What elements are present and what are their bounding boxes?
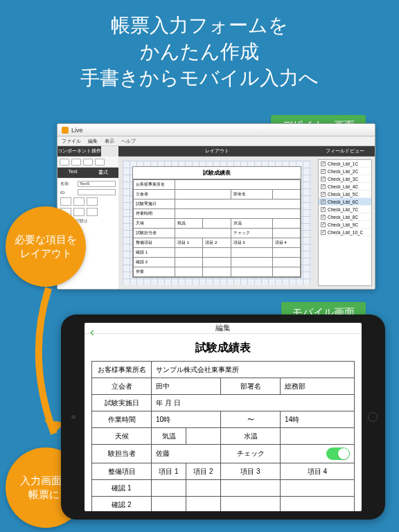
cell: 水温: [221, 428, 281, 445]
headline: 帳票入力フォームを かんたん作成 手書きからモバイル入力へ: [0, 0, 399, 96]
prop-name-label: 名前:: [60, 181, 76, 187]
back-icon[interactable]: ‹: [90, 326, 94, 338]
designer-titlebar: Live: [57, 124, 375, 136]
field-value[interactable]: 年 月 日: [152, 395, 355, 411]
field-value[interactable]: [221, 497, 281, 512]
menu-file[interactable]: ファイル: [62, 138, 81, 145]
field-value[interactable]: [281, 480, 355, 497]
callout-line: レイアウト: [15, 247, 77, 260]
fieldview-title: フィールドビュー: [315, 146, 375, 157]
list-item[interactable]: Check_List_7C: [319, 206, 371, 213]
field-value[interactable]: サンプル株式会社東事業所: [152, 362, 355, 378]
list-item[interactable]: Check_List_3C: [319, 175, 371, 183]
row-label: 部署名: [221, 378, 281, 395]
align-icon[interactable]: [87, 208, 98, 216]
row-label: 立会者: [92, 378, 152, 395]
home-button-icon[interactable]: [368, 412, 378, 422]
field-value[interactable]: [186, 497, 221, 512]
list-item-label: Check_List_1C: [328, 161, 358, 166]
menu-view[interactable]: 表示: [105, 138, 114, 145]
field-value[interactable]: 田中: [152, 378, 221, 395]
row-label: お客様事業所名: [92, 362, 152, 378]
field-value[interactable]: [152, 497, 186, 512]
check-icon: [321, 192, 326, 197]
row-label: 試験担当者: [134, 229, 175, 238]
app-logo-icon: [62, 127, 69, 134]
list-item[interactable]: Check_List_1C: [319, 160, 371, 168]
row-label: 作業時間: [134, 209, 175, 219]
field-value[interactable]: [152, 480, 186, 497]
list-item[interactable]: Check_List_2C: [319, 168, 371, 175]
field-list: Check_List_1C Check_List_2C Check_List_3…: [318, 159, 372, 286]
list-item-label: Check_List_10_C: [328, 230, 363, 235]
left-toolbar: [57, 157, 118, 168]
headline-line1: 帳票入力フォームを: [0, 12, 399, 39]
prop-id-input[interactable]: [78, 189, 116, 195]
list-item[interactable]: Check_List_10_C: [319, 229, 371, 236]
field-value[interactable]: [281, 428, 355, 445]
list-item[interactable]: Check_List_6C: [319, 198, 371, 206]
cell: 項目 1: [152, 463, 186, 480]
menu-help[interactable]: ヘルプ: [121, 138, 136, 145]
prop-name-input[interactable]: Text5: [78, 181, 116, 187]
check-icon: [321, 177, 326, 181]
tablet-screen: ‹ 編集 試験成績表 お客様事業所名 サンプル株式会社東事業所 立会者 田中 部…: [85, 323, 362, 511]
field-value[interactable]: [186, 428, 221, 445]
cell: 気温: [175, 219, 203, 229]
list-item[interactable]: Check_List_4C: [319, 183, 371, 190]
tablet-device: ‹ 編集 試験成績表 お客様事業所名 サンプル株式会社東事業所 立会者 田中 部…: [61, 314, 385, 520]
field-value[interactable]: [221, 480, 281, 497]
field-value[interactable]: [186, 480, 221, 497]
row-label: 立会者: [134, 190, 175, 200]
cell: 気温: [152, 428, 186, 445]
panel-operation-title: 操作: [91, 146, 101, 157]
headline-line2: かんたん作成: [0, 39, 399, 65]
cell: 項目 4: [272, 238, 300, 248]
align-icon[interactable]: [60, 197, 71, 206]
cell: 項目 2: [203, 238, 231, 248]
prop-id-label: ID:: [60, 190, 76, 195]
menu-edit[interactable]: 編集: [88, 138, 98, 145]
row-label: 確認 2: [134, 258, 175, 267]
tool-button[interactable]: [71, 159, 81, 166]
callout-layout: 必要な項目を レイアウト: [6, 206, 86, 287]
tool-button[interactable]: [60, 159, 69, 166]
tool-button[interactable]: [95, 159, 105, 166]
row-label: 試験実施日: [92, 395, 152, 411]
align-icon[interactable]: [87, 197, 98, 206]
cell: チェック: [231, 229, 272, 238]
align-icon[interactable]: [73, 197, 85, 206]
field-value[interactable]: 佐藤: [152, 445, 221, 463]
row-label: 部署名: [231, 190, 272, 200]
tool-button[interactable]: [83, 159, 93, 166]
row-label: 確認 1: [92, 480, 152, 497]
field-value[interactable]: 14時: [281, 411, 355, 428]
mobile-navbar: ‹ 編集: [85, 323, 362, 334]
list-item-label: Check_List_3C: [328, 177, 358, 181]
list-item-label: Check_List_2C: [328, 169, 358, 174]
camera-icon: [71, 415, 76, 419]
list-item-label: Check_List_5C: [328, 192, 358, 197]
field-value[interactable]: 10時: [152, 411, 221, 428]
cell: 項目 2: [186, 463, 221, 480]
app-title: Live: [71, 127, 83, 134]
check-icon: [321, 161, 326, 166]
list-item[interactable]: Check_List_5C: [319, 190, 371, 198]
row-label: お客様事業所名: [134, 180, 175, 190]
callout-line: 必要な項目を: [15, 233, 77, 247]
field-value[interactable]: 総務部: [281, 378, 355, 395]
list-item[interactable]: Check_List_9C: [319, 221, 371, 229]
panel-component-title: コンポーネント: [57, 146, 91, 157]
list-item[interactable]: Check_List_8C: [319, 213, 371, 221]
mobile-form: お客様事業所名 サンプル株式会社東事業所 立会者 田中 部署名 総務部 試験実施…: [85, 361, 362, 511]
cell: 項目 3: [231, 238, 272, 248]
section-sub: 書式: [88, 169, 118, 176]
align-icon[interactable]: [73, 208, 85, 216]
check-icon: [321, 230, 326, 235]
check-toggle[interactable]: [326, 447, 350, 460]
canvas-form[interactable]: 試験成績表 お客様事業所名 立会者部署名 試験実施日 作業時間 天候気温水温 試…: [132, 166, 301, 278]
field-value[interactable]: [281, 497, 355, 512]
right-panel: フィールドビュー Check_List_1C Check_List_2C Che…: [315, 146, 375, 289]
check-icon: [321, 222, 326, 227]
row-label: 整備項目: [92, 463, 152, 480]
